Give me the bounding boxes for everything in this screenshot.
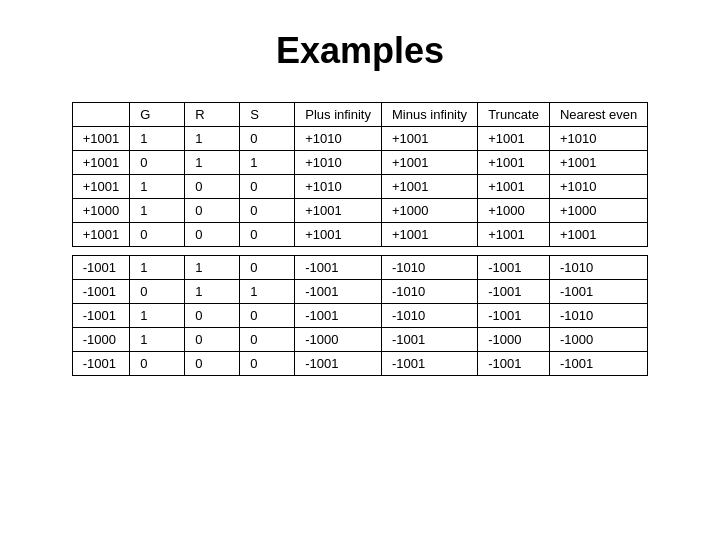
- table-cell: 1: [185, 256, 240, 280]
- table-cell: -1001: [381, 352, 477, 376]
- table-cell: 0: [130, 151, 185, 175]
- col-header-s: S: [240, 103, 295, 127]
- table-cell: 1: [185, 127, 240, 151]
- table-cell: +1010: [549, 175, 647, 199]
- table-cell: 1: [240, 280, 295, 304]
- table-cell: -1001: [72, 280, 130, 304]
- table-cell: +1001: [549, 151, 647, 175]
- table-cell: +1010: [295, 175, 382, 199]
- col-header-truncate: Truncate: [478, 103, 550, 127]
- col-header-label: [72, 103, 130, 127]
- col-header-g: G: [130, 103, 185, 127]
- table-cell: +1001: [478, 223, 550, 247]
- table-cell: -1001: [549, 280, 647, 304]
- table-cell: +1000: [549, 199, 647, 223]
- table-cell: -1010: [549, 256, 647, 280]
- table-cell: -1000: [549, 328, 647, 352]
- table-cell: 1: [130, 304, 185, 328]
- table-cell: +1001: [381, 151, 477, 175]
- table-cell: 0: [130, 223, 185, 247]
- table-row: -1001110-1001-1010-1001-1010: [72, 256, 648, 280]
- table-cell: +1010: [549, 127, 647, 151]
- table-cell: 0: [130, 352, 185, 376]
- table-cell: -1001: [478, 280, 550, 304]
- table-cell: +1001: [478, 151, 550, 175]
- table-cell: 0: [240, 175, 295, 199]
- table-cell: -1001: [72, 352, 130, 376]
- table-cell: +1001: [72, 127, 130, 151]
- table-cell: 0: [240, 199, 295, 223]
- table-cell: 0: [240, 352, 295, 376]
- table-cell: 1: [130, 256, 185, 280]
- col-header-nearest-even: Nearest even: [549, 103, 647, 127]
- table-cell: +1000: [478, 199, 550, 223]
- table-row: -1000100-1000-1001-1000-1000: [72, 328, 648, 352]
- table-cell: 1: [240, 151, 295, 175]
- table-cell: -1001: [295, 280, 382, 304]
- table-cell: 1: [130, 127, 185, 151]
- table-spacer: [72, 247, 648, 256]
- table-row: -1001000-1001-1001-1001-1001: [72, 352, 648, 376]
- table-cell: -1001: [295, 256, 382, 280]
- table-cell: -1010: [381, 304, 477, 328]
- table-cell: -1001: [478, 304, 550, 328]
- col-header-r: R: [185, 103, 240, 127]
- table-cell: -1001: [549, 352, 647, 376]
- table-cell: -1000: [295, 328, 382, 352]
- table-cell: -1010: [381, 256, 477, 280]
- table-cell: +1001: [381, 223, 477, 247]
- col-header-minus-infinity: Minus infinity: [381, 103, 477, 127]
- table-cell: 0: [240, 127, 295, 151]
- table-cell: 0: [240, 223, 295, 247]
- table-cell: -1010: [549, 304, 647, 328]
- table-cell: 0: [240, 328, 295, 352]
- examples-table: GRSPlus infinityMinus infinityTruncateNe…: [72, 102, 649, 376]
- table-cell: +1001: [478, 175, 550, 199]
- table-cell: 1: [130, 175, 185, 199]
- table-cell: 0: [185, 223, 240, 247]
- table-cell: -1001: [295, 352, 382, 376]
- table-cell: 0: [130, 280, 185, 304]
- table-cell: -1000: [478, 328, 550, 352]
- table-cell: +1001: [381, 175, 477, 199]
- table-cell: +1000: [381, 199, 477, 223]
- table-cell: -1001: [478, 352, 550, 376]
- table-cell: -1010: [381, 280, 477, 304]
- table-cell: -1001: [381, 328, 477, 352]
- table-cell: -1001: [72, 304, 130, 328]
- table-cell: +1000: [72, 199, 130, 223]
- table-row: +1001011+1010+1001+1001+1001: [72, 151, 648, 175]
- table-row: +1001100+1010+1001+1001+1010: [72, 175, 648, 199]
- table-cell: +1001: [295, 223, 382, 247]
- table-cell: 0: [185, 328, 240, 352]
- table-cell: +1001: [381, 127, 477, 151]
- table-cell: +1001: [72, 151, 130, 175]
- table-cell: 0: [240, 256, 295, 280]
- col-header-plus-infinity: Plus infinity: [295, 103, 382, 127]
- table-cell: 1: [185, 151, 240, 175]
- table-cell: 1: [185, 280, 240, 304]
- table-row: +1001110+1010+1001+1001+1010: [72, 127, 648, 151]
- table-row: +1000100+1001+1000+1000+1000: [72, 199, 648, 223]
- table-cell: +1001: [549, 223, 647, 247]
- table-row: -1001011-1001-1010-1001-1001: [72, 280, 648, 304]
- table-cell: -1000: [72, 328, 130, 352]
- table-cell: -1001: [295, 304, 382, 328]
- table-cell: +1010: [295, 127, 382, 151]
- table-row: -1001100-1001-1010-1001-1010: [72, 304, 648, 328]
- table-cell: -1001: [478, 256, 550, 280]
- table-cell: 1: [130, 328, 185, 352]
- table-cell: 1: [130, 199, 185, 223]
- table-cell: -1001: [72, 256, 130, 280]
- table-cell: +1001: [295, 199, 382, 223]
- table-cell: 0: [185, 175, 240, 199]
- table-cell: 0: [240, 304, 295, 328]
- table-row: +1001000+1001+1001+1001+1001: [72, 223, 648, 247]
- table-cell: 0: [185, 352, 240, 376]
- page-title: Examples: [276, 30, 444, 72]
- table-cell: +1001: [72, 175, 130, 199]
- table-cell: +1010: [295, 151, 382, 175]
- table-cell: +1001: [478, 127, 550, 151]
- table-cell: 0: [185, 304, 240, 328]
- table-cell: +1001: [72, 223, 130, 247]
